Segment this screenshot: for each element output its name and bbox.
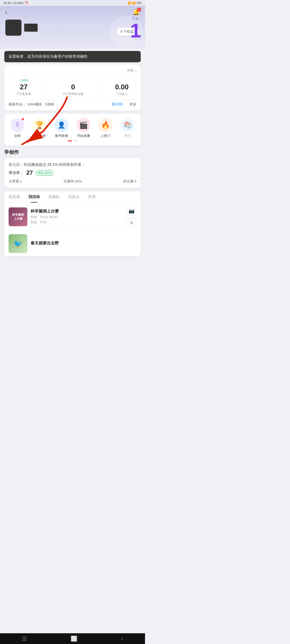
latest-label: 最新作品： 1044播放，5涨粉 (9, 102, 112, 107)
activity-heat-1: 热度：6.0k (31, 220, 124, 225)
play7d-label: 7日播放量 (16, 92, 31, 96)
comments-count: 评论量:0 (123, 179, 136, 184)
latest-more-link[interactable]: 更多 (129, 102, 136, 107)
activity-thumb-2: 🐦 (9, 234, 27, 253)
time: 18:20 (3, 1, 11, 5)
header-area: Lv. 1 ‹ 🔔 5 4 个权益 › (0, 6, 145, 49)
level-display: Lv. 1 (130, 16, 141, 40)
separator-v: | (123, 103, 124, 107)
camera-icon[interactable]: 📷 (127, 206, 136, 216)
quick-menu: ⠿ 全部 🏆 变现任务 👤 账号检测 🎬 开始直播 (4, 114, 141, 146)
menu-icon-detect: 👤 (55, 118, 68, 132)
live-icon: 🎬 (79, 121, 88, 129)
menu-label-all: 全部 (14, 134, 21, 138)
signal-icon: 📶 (128, 2, 131, 5)
network-speed: 21.6K/s (13, 1, 23, 5)
menu-icon-hot: 🔥 (99, 118, 113, 132)
menu-label-hot: 上热门 (101, 134, 110, 138)
menu-label-live: 开始直播 (77, 134, 90, 138)
stat-fans7d: - 0 7日净增粉丝量 (63, 79, 84, 96)
separator: | (12, 1, 13, 5)
status-right: 📶 🛜 23% (128, 2, 142, 5)
bell-badge: 5 (137, 8, 141, 12)
latest-detail-link[interactable]: 看详情 (112, 102, 122, 107)
rank-row: 近七日：作品播放超过 28.1% 的同类创作者 › (9, 162, 136, 167)
menu-items-row: ⠿ 全部 🏆 变现任务 👤 账号检测 🎬 开始直播 (6, 118, 139, 138)
rank-text: 近七日：作品播放超过 28.1% 的同类创作者 (9, 162, 81, 167)
task-icon: 🏆 (35, 121, 44, 129)
likes-count: 点赞量:1 (9, 179, 22, 184)
activity-item-2: 🐦 春天就要出去野 (4, 231, 141, 256)
tab-inspiration[interactable]: 找灵感 (4, 191, 24, 203)
stat-change: ↓100% (16, 79, 31, 82)
divider-1 (47, 80, 47, 95)
hot-icon: 🔥 (101, 121, 110, 129)
page-dots (6, 140, 139, 141)
activity-img-2: 🐦 (9, 234, 27, 253)
detect-icon: 👤 (57, 121, 66, 129)
activity-thumb-1: 科学脑洞上分赛 (9, 207, 27, 226)
menu-dot-all (22, 118, 24, 120)
income7d-value: 0.00 (115, 83, 129, 91)
tooltip-box: 设置标签，提升内容潜在兴趣用户的推荐准确性 (4, 51, 141, 62)
bell-container[interactable]: 🔔 5 (132, 9, 140, 16)
menu-label-task: 变现任务 (33, 134, 46, 138)
stat-change-income: - (115, 79, 129, 82)
activity-img-1: 科学脑洞上分赛 (9, 207, 27, 226)
menu-item-learn[interactable]: 📚 学习 (121, 118, 135, 138)
metrics-row: 点赞量:1 完播率:25% 评论量:0 (9, 179, 136, 184)
stats-row: ↓100% 27 7日播放量 - 0 7日净增粉丝量 - 0.00 7日收入 (9, 79, 136, 96)
detail-link[interactable]: 详情 (127, 68, 134, 73)
learn-section-title: 学创作 (4, 149, 141, 155)
play7d-value: 27 (16, 83, 31, 91)
activity-info-1: 科学脑洞上分赛 时间：04.01-06.30 热度：6.0k (31, 209, 124, 225)
fans7d-label: 7日净增粉丝量 (63, 92, 84, 96)
status-bar: 18:20 | 21.6K/s ⏰ 📶 🛜 23% (0, 0, 145, 6)
income7d-label: 7日收入 (115, 92, 129, 96)
menu-icon-live: 🎬 (77, 118, 90, 132)
detail-row: 详情 › (9, 68, 136, 75)
activity-time-1: 时间：04.01-06.30 (31, 215, 124, 219)
all-icon: ⠿ (15, 122, 20, 129)
username-box (24, 24, 38, 32)
completion-rate: 完播率:25% (63, 179, 82, 184)
back-button[interactable]: ‹ (5, 9, 7, 15)
latest-row: 最新作品： 1044播放，5涨粉 看详情 | 更多 (9, 100, 136, 107)
stat-play7d: ↓100% 27 7日播放量 (16, 79, 31, 96)
plays-value: 27 (26, 169, 33, 176)
tab-course[interactable]: 学课 (84, 191, 100, 203)
change-badge: 环比↓91% (35, 170, 54, 176)
menu-icon-learn: 📚 (121, 118, 135, 132)
menu-item-live[interactable]: 🎬 开始直播 (77, 118, 90, 138)
detail-arrow: › (135, 69, 136, 73)
stat-change-fans: - (63, 79, 84, 82)
menu-icon-task: 🏆 (32, 118, 46, 132)
fans7d-value: 0 (63, 83, 84, 91)
star-icon[interactable]: ☆ (127, 218, 136, 228)
nav-row: ‹ 🔔 5 (5, 9, 140, 16)
activity-card: 找灵感 找活动 找爆款 找热点 学课 科学脑洞上分赛 科学脑洞上分赛 时间：04… (4, 191, 141, 256)
menu-item-task[interactable]: 🏆 变现任务 (32, 118, 46, 138)
status-left: 18:20 | 21.6K/s ⏰ (3, 1, 28, 5)
avatar (5, 20, 21, 36)
menu-item-hot[interactable]: 🔥 上热门 (99, 118, 113, 138)
level-number: 1 (130, 21, 141, 40)
divider-2 (99, 80, 99, 95)
learn-icon: 📚 (123, 121, 132, 129)
plays-label: 播放量： (9, 170, 24, 175)
learn-card: 近七日：作品播放超过 28.1% 的同类创作者 › 播放量： 27 环比↓91%… (4, 158, 141, 188)
tab-hotspot[interactable]: 找热点 (64, 191, 84, 203)
rank-arrow: › (83, 163, 84, 167)
avatar-section (5, 20, 38, 36)
dot-2 (73, 140, 77, 141)
dot-1 (68, 140, 72, 141)
menu-item-all[interactable]: ⠿ 全部 (10, 118, 24, 138)
activity-actions-1: 📷 ☆ (127, 206, 136, 228)
wifi-icon: 🛜 (132, 2, 135, 5)
tab-activity[interactable]: 找活动 (24, 191, 44, 203)
tab-row: 找灵感 找活动 找爆款 找热点 学课 (4, 191, 141, 203)
stat-income7d: - 0.00 7日收入 (115, 79, 129, 96)
menu-item-detect[interactable]: 👤 账号检测 (55, 118, 68, 138)
tab-popular[interactable]: 找爆款 (44, 191, 64, 203)
battery: 23% (136, 2, 142, 5)
